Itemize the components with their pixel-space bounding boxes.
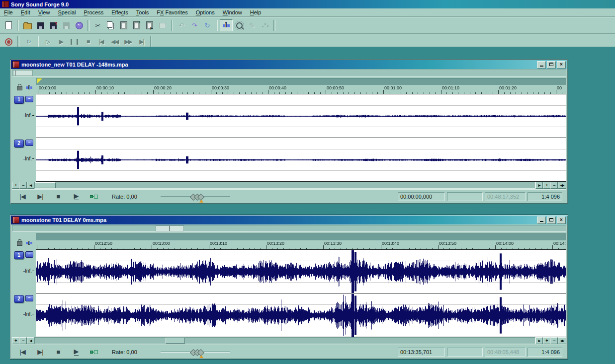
- zoom-in-button[interactable]: +: [543, 337, 550, 344]
- channel-1-waveform[interactable]: [36, 250, 566, 293]
- time-ruler[interactable]: [36, 85, 566, 94]
- edit-tool-button[interactable]: I: [220, 19, 233, 31]
- time-ruler[interactable]: [36, 240, 566, 250]
- cursor-position-marker[interactable]: [37, 78, 42, 83]
- cursor-position-field[interactable]: 00:13:35,701: [398, 348, 445, 357]
- play-button[interactable]: [54, 36, 68, 48]
- overview-bar[interactable]: [12, 70, 566, 76]
- marker-bar[interactable]: [36, 78, 566, 85]
- scrollbar-track[interactable]: [34, 182, 535, 189]
- cursor-position-field[interactable]: 00:00:00,000: [398, 192, 445, 201]
- scroll-left-button[interactable]: ◂: [27, 337, 34, 344]
- selection-field[interactable]: [447, 192, 483, 201]
- play-as-cursor-button[interactable]: [70, 191, 83, 203]
- zoom-in-button[interactable]: +: [543, 182, 550, 189]
- lock-icon[interactable]: [17, 86, 22, 90]
- scrollbar-thumb[interactable]: [35, 182, 56, 188]
- sync-link-button[interactable]: [88, 346, 100, 358]
- stop-button[interactable]: [52, 191, 65, 203]
- marker-bar[interactable]: [36, 233, 566, 240]
- zoom-to-selection-button[interactable]: ◂▸: [558, 337, 566, 344]
- copy-button[interactable]: [104, 19, 117, 31]
- record-button[interactable]: [2, 36, 15, 48]
- channel-2-minimize-button[interactable]: −: [25, 140, 33, 146]
- menu-fx-favorites[interactable]: FX Favorites: [153, 9, 191, 16]
- play-all-button[interactable]: [41, 36, 54, 48]
- menu-options[interactable]: Options: [192, 9, 219, 16]
- edit-tool-icon[interactable]: I: [26, 84, 33, 91]
- save-button[interactable]: [34, 19, 47, 31]
- sync-link-button[interactable]: [88, 191, 100, 203]
- close-button[interactable]: ×: [557, 217, 566, 224]
- paste-button[interactable]: [117, 19, 130, 31]
- go-to-end-button[interactable]: [34, 191, 47, 203]
- menu-view[interactable]: View: [34, 9, 54, 16]
- menu-special[interactable]: Special: [54, 9, 80, 16]
- length-field[interactable]: 00:48:17,352: [485, 192, 526, 201]
- go-to-start-button[interactable]: [16, 346, 29, 358]
- edit-tool-icon[interactable]: I: [26, 239, 33, 246]
- lock-icon[interactable]: [17, 241, 22, 246]
- scrollbar-track[interactable]: [34, 337, 535, 344]
- stop-button[interactable]: [81, 36, 94, 48]
- maximize-button[interactable]: [547, 217, 556, 224]
- scroll-right-button[interactable]: ▸: [535, 182, 543, 189]
- channel-2-minimize-button[interactable]: −: [25, 295, 33, 301]
- save-as-button[interactable]: ?: [47, 19, 60, 31]
- rate-slider[interactable]: [161, 348, 230, 356]
- menu-edit[interactable]: Edit: [17, 9, 34, 16]
- rate-slider[interactable]: [161, 193, 230, 201]
- menu-tools[interactable]: Tools: [132, 9, 153, 16]
- minimize-button[interactable]: [537, 217, 546, 224]
- scrollbar-thumb[interactable]: [166, 338, 185, 344]
- pause-button[interactable]: [68, 36, 81, 48]
- length-field[interactable]: 00:48:05,448: [485, 348, 526, 357]
- overview-bar[interactable]: [12, 225, 566, 232]
- publish-acidplanet-button[interactable]: [73, 19, 86, 31]
- document-titlebar[interactable]: moonstone_new T01 DELAY -148ms.mpa ×: [11, 60, 567, 69]
- overview-view-thumb[interactable]: [13, 70, 33, 76]
- forward-button[interactable]: [121, 36, 135, 48]
- menu-help[interactable]: Help: [246, 9, 265, 16]
- close-button[interactable]: ×: [557, 61, 566, 69]
- zoom-out-time-button[interactable]: −: [19, 337, 27, 344]
- paste-to-new-button[interactable]: ▶: [143, 19, 156, 31]
- play-as-cursor-button[interactable]: [70, 346, 83, 358]
- document-titlebar[interactable]: moonstone T01 DELAY 0ms.mpa ×: [11, 216, 567, 224]
- channel-1-minimize-button[interactable]: −: [25, 251, 33, 258]
- menu-file[interactable]: File: [0, 9, 17, 16]
- cut-button[interactable]: [91, 19, 104, 31]
- zoom-out-time-button[interactable]: −: [19, 182, 27, 189]
- redo-button[interactable]: [188, 19, 201, 31]
- maximize-button[interactable]: [547, 61, 556, 69]
- zoom-in-time-button[interactable]: +: [12, 182, 19, 189]
- repeat-button[interactable]: [201, 19, 214, 31]
- rate-slider-handle[interactable]: [191, 194, 203, 200]
- zoom-to-selection-button[interactable]: ◂▸: [558, 182, 566, 189]
- channel-2-waveform[interactable]: [36, 138, 566, 182]
- rewind-button[interactable]: [108, 36, 121, 48]
- scroll-left-button[interactable]: ◂: [27, 182, 34, 189]
- paste-special-button[interactable]: +: [130, 19, 143, 31]
- selection-field[interactable]: [447, 348, 483, 357]
- scroll-right-button[interactable]: ▸: [535, 337, 543, 344]
- channel-1-badge[interactable]: 1: [14, 251, 24, 259]
- channel-1-minimize-button[interactable]: −: [25, 96, 33, 102]
- zoom-out-button[interactable]: −: [550, 337, 558, 344]
- minimize-button[interactable]: [537, 61, 546, 69]
- go-to-start-button[interactable]: [94, 36, 108, 48]
- zoom-in-time-button[interactable]: +: [12, 337, 19, 344]
- zoom-out-button[interactable]: −: [550, 182, 558, 189]
- channel-2-waveform[interactable]: [36, 293, 566, 337]
- open-button[interactable]: [21, 19, 34, 31]
- channel-2-badge[interactable]: 2: [14, 140, 24, 147]
- go-to-end-button[interactable]: [135, 36, 148, 48]
- zoom-ratio-field[interactable]: 1:4 096: [527, 348, 562, 357]
- magnify-tool-button[interactable]: [233, 19, 246, 31]
- menu-effects[interactable]: Effects: [107, 9, 132, 16]
- zoom-ratio-field[interactable]: 1:4 096: [527, 192, 562, 201]
- loop-playback-button[interactable]: [21, 36, 35, 48]
- rate-slider-handle[interactable]: [191, 349, 203, 355]
- channel-1-waveform[interactable]: [36, 94, 566, 138]
- menu-window[interactable]: Window: [219, 9, 246, 16]
